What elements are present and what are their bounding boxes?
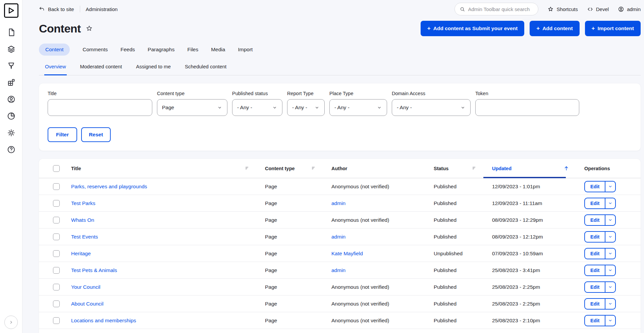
row-checkbox[interactable]	[53, 301, 60, 307]
star-icon	[547, 6, 554, 12]
content-title-link[interactable]: Whats On	[71, 217, 94, 223]
author-link[interactable]: admin	[331, 267, 345, 273]
content-title-link[interactable]: About Council	[71, 301, 104, 307]
add-content-as-submit-your-event-button[interactable]: +Add content as Submit your event	[421, 21, 524, 36]
back-to-site-link[interactable]: Back to site	[39, 6, 74, 12]
row-checkbox[interactable]	[53, 284, 60, 290]
column-header-content-type[interactable]: Content type	[265, 159, 331, 178]
row-checkbox[interactable]	[53, 217, 60, 223]
edit-dropdown-toggle[interactable]	[605, 198, 615, 208]
sidebar-item-appearance[interactable]	[7, 61, 16, 70]
search-input[interactable]	[468, 6, 533, 12]
filter-published-status-select[interactable]: - Any -	[232, 99, 282, 116]
content-title-link[interactable]: Test Events	[71, 234, 98, 240]
updated-cell: 25/08/2023 - 2:25pm	[492, 284, 584, 290]
favorite-star-icon[interactable]	[86, 25, 93, 32]
content-title-link[interactable]: Test Parks	[71, 200, 95, 206]
column-header-status[interactable]: Status	[434, 159, 492, 178]
author-cell: Anonymous (not verified)	[331, 318, 434, 324]
author-link[interactable]: admin	[331, 234, 345, 240]
author-link[interactable]: admin	[331, 200, 345, 206]
filter-title-input[interactable]	[48, 99, 152, 116]
breadcrumb-administration[interactable]: Administration	[86, 6, 118, 12]
tab-comments[interactable]: Comments	[83, 44, 108, 56]
subtab-moderated-content[interactable]: Moderated content	[79, 62, 123, 75]
site-logo[interactable]	[4, 3, 18, 18]
edit-button[interactable]: Edit	[585, 282, 605, 292]
edit-dropdown-toggle[interactable]	[605, 299, 615, 309]
row-checkbox[interactable]	[53, 250, 60, 257]
chevron-down-icon	[460, 105, 466, 110]
search-icon	[460, 6, 465, 12]
column-header-author: Author	[331, 159, 434, 178]
admin-quick-search[interactable]	[454, 3, 538, 15]
sidebar-item-help[interactable]	[7, 145, 16, 154]
edit-dropdown-toggle[interactable]	[605, 265, 615, 275]
select-all-checkbox[interactable]	[53, 165, 60, 172]
edit-button[interactable]: Edit	[585, 232, 605, 242]
sidebar-item-gear[interactable]	[7, 128, 16, 137]
author-link[interactable]: Kate Mayfield	[331, 251, 363, 256]
row-checkbox[interactable]	[53, 234, 60, 240]
row-checkbox[interactable]	[53, 267, 60, 274]
content-title-link[interactable]: Parks, reserves and playgrounds	[71, 184, 147, 189]
sidebar-item-people[interactable]	[7, 95, 16, 104]
filter-domain-access-select[interactable]: - Any -	[392, 99, 471, 116]
tab-import[interactable]: Import	[238, 44, 253, 56]
subtab-overview[interactable]: Overview	[44, 62, 67, 75]
tab-paragraphs[interactable]: Paragraphs	[148, 44, 174, 56]
content-title-link[interactable]: Heritage	[71, 251, 91, 256]
edit-button[interactable]: Edit	[585, 265, 605, 275]
edit-button[interactable]: Edit	[585, 316, 605, 326]
add-content-button[interactable]: +Add content	[530, 21, 579, 36]
filter-button[interactable]: Filter	[48, 127, 77, 142]
filter-token-input[interactable]	[475, 99, 579, 116]
author-text: Anonymous (not verified)	[331, 217, 389, 223]
column-header-title[interactable]: Title	[71, 159, 265, 178]
column-header-updated[interactable]: Updated	[492, 159, 584, 178]
status-cell: Published	[434, 301, 492, 307]
content-title-link[interactable]: Your Council	[71, 284, 100, 290]
edit-dropdown-toggle[interactable]	[605, 232, 615, 242]
sidebar-nav	[7, 28, 16, 154]
edit-button[interactable]: Edit	[585, 182, 605, 192]
sidebar-item-layers[interactable]	[7, 45, 16, 54]
sidebar-expand-button[interactable]	[4, 316, 18, 329]
edit-dropdown-toggle[interactable]	[605, 249, 615, 259]
tab-files[interactable]: Files	[187, 44, 198, 56]
edit-button[interactable]: Edit	[585, 215, 605, 225]
row-checkbox[interactable]	[53, 183, 60, 190]
content-title-link[interactable]: Test Pets & Animals	[71, 267, 117, 273]
filter-content-type-select[interactable]: Page	[157, 99, 227, 116]
sidebar-item-reports[interactable]	[7, 112, 16, 121]
appearance-icon	[7, 61, 16, 70]
subtab-scheduled-content[interactable]: Scheduled content	[184, 62, 227, 75]
chevron-down-icon	[608, 251, 613, 256]
updated-cell: 08/09/2023 - 12:12pm	[492, 234, 584, 240]
filter-place-type-select[interactable]: - Any -	[329, 99, 387, 116]
edit-dropdown-toggle[interactable]	[605, 182, 615, 192]
sidebar-item-file[interactable]	[7, 28, 16, 37]
content-title-link[interactable]: Locations and memberships	[71, 318, 136, 323]
edit-button[interactable]: Edit	[585, 249, 605, 259]
edit-dropdown-toggle[interactable]	[605, 316, 615, 326]
chevron-down-icon	[608, 301, 613, 306]
filter-report-type-select[interactable]: - Any -	[287, 99, 325, 116]
edit-dropdown-toggle[interactable]	[605, 282, 615, 292]
reset-button[interactable]: Reset	[81, 127, 111, 142]
user-menu-button[interactable]: admin	[618, 6, 641, 12]
edit-button[interactable]: Edit	[585, 299, 605, 309]
tab-media[interactable]: Media	[211, 44, 225, 56]
tab-feeds[interactable]: Feeds	[120, 44, 135, 56]
edit-dropdown-toggle[interactable]	[605, 215, 615, 225]
shortcuts-button[interactable]: Shortcuts	[547, 6, 578, 12]
row-checkbox[interactable]	[53, 317, 60, 324]
tab-content[interactable]: Content	[39, 44, 70, 56]
import-content-button[interactable]: +Import content	[585, 21, 641, 36]
row-checkbox[interactable]	[53, 200, 60, 207]
devel-button[interactable]: Devel	[587, 6, 609, 12]
sidebar-item-blocks[interactable]	[7, 78, 16, 87]
subtab-assigned-to-me[interactable]: Assigned to me	[136, 62, 171, 75]
edit-button[interactable]: Edit	[585, 198, 605, 208]
user-label: admin	[627, 6, 641, 12]
